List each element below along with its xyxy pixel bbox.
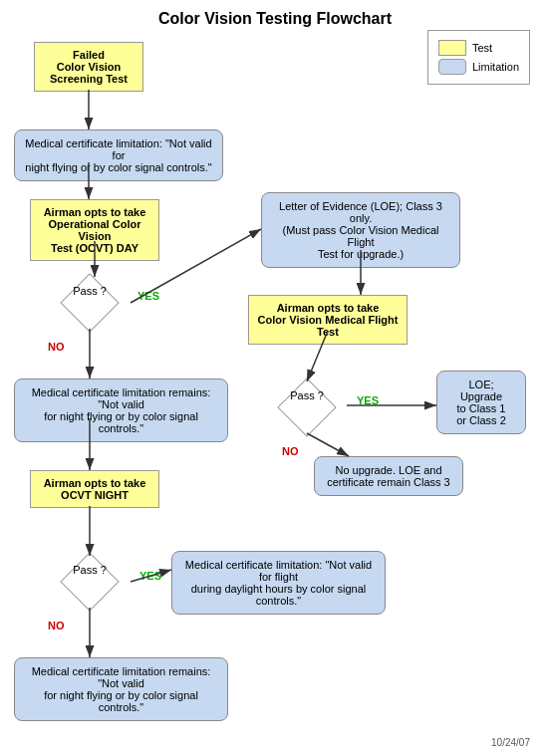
pass3-no-label: NO: [48, 620, 65, 631]
limitation2-text: Medical certificate limitation remains: …: [32, 386, 211, 434]
legend-test-box: [438, 40, 466, 56]
cvmft-text: Airman opts to takeColor Vision Medical …: [258, 302, 399, 338]
cvmft-box: Airman opts to takeColor Vision Medical …: [248, 295, 408, 345]
date-label: 10/24/07: [491, 737, 530, 748]
failed-test-box: Failed Color VisionScreening Test: [34, 42, 143, 92]
legend-limitation-label: Limitation: [472, 61, 519, 73]
pass1-no-label: NO: [48, 341, 65, 353]
limitation3-text: Medical certificate limitation: "Not val…: [185, 559, 372, 607]
legend-test-label: Test: [472, 42, 492, 54]
pass2-diamond: Pass ?: [267, 381, 347, 433]
legend-limitation-box: [438, 59, 466, 75]
pass3-yes-label: YES: [139, 570, 161, 582]
limitation2-box: Medical certificate limitation remains: …: [14, 378, 228, 442]
limitation3-box: Medical certificate limitation: "Not val…: [171, 551, 386, 615]
ocvt-day-box: Airman opts to takeOperational Color Vis…: [30, 199, 159, 261]
no-upgrade-box: No upgrade. LOE andcertificate remain Cl…: [314, 456, 463, 496]
failed-test-text: Color VisionScreening Test: [50, 61, 128, 85]
pass3-diamond: Pass ?: [50, 556, 130, 608]
legend: Test Limitation: [427, 30, 530, 85]
failed-test-label: Failed: [73, 49, 105, 61]
ocvt-night-text: Airman opts to takeOCVT NIGHT: [44, 477, 146, 501]
ocvt-day-text: Airman opts to takeOperational Color Vis…: [44, 206, 146, 254]
loe-box: Letter of Evidence (LOE); Class 3 only.(…: [261, 192, 460, 268]
flowchart: Color Vision Testing Flowchart Test Limi…: [0, 0, 550, 756]
legend-test: Test: [438, 40, 519, 56]
limitation4-box: Medical certificate limitation remains: …: [14, 657, 228, 721]
ocvt-night-box: Airman opts to takeOCVT NIGHT: [30, 470, 159, 508]
pass1-yes-label: YES: [138, 290, 159, 302]
limitation4-text: Medical certificate limitation remains: …: [32, 665, 211, 713]
pass1-diamond: Pass ?: [50, 277, 130, 329]
pass2-no-label: NO: [282, 445, 299, 457]
svg-line-9: [307, 433, 349, 456]
loe-upgrade-box: LOE;Upgradeto Class 1or Class 2: [436, 371, 526, 434]
loe-text: Letter of Evidence (LOE); Class 3 only.(…: [279, 200, 442, 260]
limitation1-text: Medical certificate limitation: "Not val…: [25, 137, 211, 173]
loe-upgrade-text: LOE;Upgradeto Class 1or Class 2: [456, 378, 506, 426]
no-upgrade-text: No upgrade. LOE andcertificate remain Cl…: [327, 464, 450, 488]
legend-limitation: Limitation: [438, 59, 519, 75]
limitation1-box: Medical certificate limitation: "Not val…: [14, 129, 223, 181]
pass2-yes-label: YES: [357, 394, 379, 406]
